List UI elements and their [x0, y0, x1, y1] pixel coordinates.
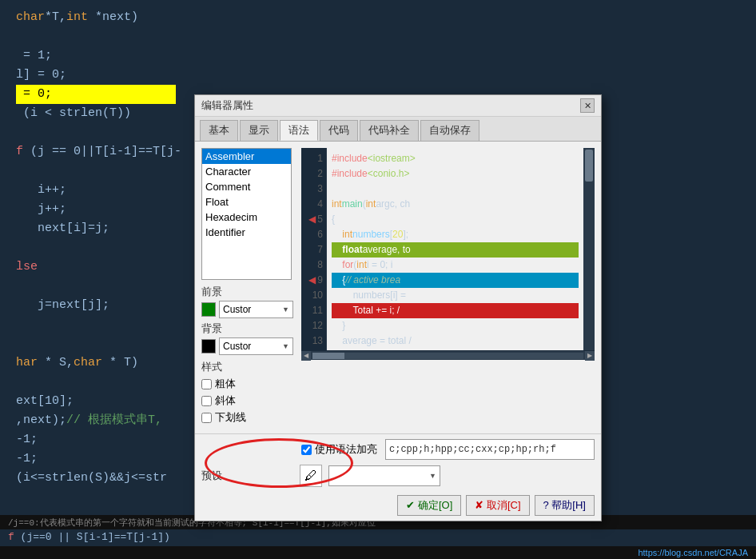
extensions-row: c;cpp;h;hpp;cc;cxx;cp;hp;rh;f [385, 439, 595, 460]
tab-basic[interactable]: 基本 [200, 120, 238, 141]
preview-line-8: for (int i = 0; i [332, 258, 579, 273]
preview-line-3 [332, 182, 579, 197]
italic-label: 斜体 [215, 393, 236, 408]
preview-container: 1 2 3 4 ◀5 6 7 8 ◀9 10 11 12 13 [301, 148, 595, 360]
foreground-dropdown[interactable]: Custor ▼ [219, 301, 293, 318]
preview-code: #include <iostream> #include <conio.h> i… [327, 148, 583, 350]
bg-line-2 [16, 27, 740, 46]
foreground-swatch [201, 302, 216, 317]
gutter-line-11: 11 [304, 303, 323, 318]
bg-line-1: char*T,int *next) [16, 8, 740, 27]
gutter-line-4: 4 [304, 197, 323, 212]
syntax-highlight-label: 使用语法加亮 [315, 442, 377, 457]
syntax-item-identifier[interactable]: Identifier [202, 225, 291, 240]
preset-dropdown[interactable]: ▼ [328, 465, 440, 486]
syntax-highlight-row: 使用语法加亮 c;cpp;h;hpp;cc;cxx;cp;hp;rh;f [201, 439, 595, 460]
foreground-section: 前景 Custor ▼ 背景 Custor ▼ [201, 285, 293, 355]
gutter-line-10: 10 [304, 288, 323, 303]
syntax-highlight-checkbox[interactable] [301, 445, 312, 455]
underline-label: 下划线 [215, 410, 246, 425]
foreground-label: 前景 [201, 285, 293, 299]
url-bar: https://blog.csdn.net/CRAJA [0, 546, 756, 559]
preset-spacer: 预设 [201, 469, 293, 483]
dialog-title: 编辑器属性 [201, 98, 253, 113]
dialog-body: Assembler Character Comment Float Hexade… [195, 142, 601, 433]
preview-line-12: } [332, 318, 579, 333]
editor-properties-dialog: 编辑器属性 ✕ 基本 显示 语法 代码 代码补全 自动保存 Assembler … [194, 94, 602, 521]
syntax-highlight-check-row: 使用语法加亮 [301, 442, 377, 457]
background-dropdown[interactable]: Custor ▼ [219, 337, 293, 355]
syntax-item-float[interactable]: Float [202, 194, 291, 210]
preset-arrow: ▼ [429, 472, 436, 480]
preview-inner: 1 2 3 4 ◀5 6 7 8 ◀9 10 11 12 13 [301, 148, 595, 350]
preview-scrollbar[interactable] [583, 148, 595, 350]
bg-line-4: l] = 0; [16, 66, 740, 85]
gutter-line-2: 2 [304, 166, 323, 182]
ok-button[interactable]: ✔ 确定[O] [397, 495, 461, 516]
preview-hscroll-right[interactable]: ▶ [585, 351, 595, 361]
preview-line-6: int numbers[20]; [332, 227, 579, 242]
gutter-line-5: ◀5 [304, 212, 323, 227]
preview-hscroll-track[interactable] [312, 353, 583, 359]
dialog-close-button[interactable]: ✕ [580, 98, 595, 113]
foreground-arrow: ▼ [282, 305, 289, 313]
preview-gutter: 1 2 3 4 ◀5 6 7 8 ◀9 10 11 12 13 [301, 148, 327, 350]
preview-line-2: #include <conio.h> [332, 166, 579, 182]
preview-line-4: int main(int argc, ch [332, 197, 579, 212]
background-swatch [201, 339, 216, 353]
preview-line-13: average = total / [332, 333, 579, 349]
preview-line-7: float average, to [332, 242, 579, 258]
status-bar-2: f (j==0 || S[i-1]==T[j-1]) [0, 529, 756, 545]
left-panel: Assembler Character Comment Float Hexade… [201, 148, 293, 427]
syntax-item-hexadecim[interactable]: Hexadecim [202, 210, 291, 225]
preset-label: 预设 [201, 469, 222, 481]
syntax-item-comment[interactable]: Comment [202, 179, 291, 194]
bold-checkbox[interactable] [201, 379, 212, 389]
foreground-row: Custor ▼ [201, 301, 293, 318]
preset-icon: 🖊 [300, 465, 322, 487]
preview-hscroll: ◀ ▶ [301, 350, 595, 360]
url-link: https://blog.csdn.net/CRAJA [638, 548, 748, 557]
bg-line-3: = 1; [16, 46, 740, 66]
tab-code-complete[interactable]: 代码补全 [360, 120, 419, 141]
preview-hscroll-left[interactable]: ◀ [301, 351, 311, 361]
style-section: 样式 粗体 斜体 下划线 [201, 360, 293, 425]
syntax-item-assembler[interactable]: Assembler [202, 149, 291, 164]
italic-checkbox[interactable] [201, 396, 212, 406]
right-panel: 1 2 3 4 ◀5 6 7 8 ◀9 10 11 12 13 [301, 148, 595, 427]
preview-line-10: numbers[i] = [332, 288, 579, 303]
bold-label: 粗体 [215, 377, 236, 391]
gutter-line-8: 8 [304, 258, 323, 273]
dialog-titlebar: 编辑器属性 ✕ [195, 95, 601, 117]
preview-line-1: #include <iostream> [332, 151, 579, 166]
background-value: Custor [223, 341, 251, 352]
foreground-value: Custor [223, 304, 251, 315]
gutter-line-12: 12 [304, 318, 323, 333]
bold-item: 粗体 [201, 377, 293, 391]
syntax-item-character[interactable]: Character [202, 164, 291, 179]
tab-display[interactable]: 显示 [240, 120, 278, 141]
tab-code[interactable]: 代码 [320, 120, 358, 141]
background-row: Custor ▼ [201, 337, 293, 355]
style-label: 样式 [201, 360, 293, 374]
gutter-line-6: 6 [304, 227, 323, 242]
gutter-line-9: ◀9 [304, 273, 323, 288]
tab-syntax[interactable]: 语法 [280, 120, 318, 141]
help-button[interactable]: ? 帮助[H] [535, 495, 595, 516]
preview-hscroll-thumb [312, 353, 344, 359]
bg-line-5: = 0; [16, 85, 176, 104]
syntax-listbox[interactable]: Assembler Character Comment Float Hexade… [201, 148, 292, 280]
extensions-input[interactable]: c;cpp;h;hpp;cc;cxx;cp;hp;rh;f [385, 439, 595, 460]
dialog-tabs: 基本 显示 语法 代码 代码补全 自动保存 [195, 117, 601, 142]
preview-line-9: { // active brea [332, 273, 579, 288]
dialog-bottom: 使用语法加亮 c;cpp;h;hpp;cc;cxx;cp;hp;rh;f 预设 … [195, 433, 601, 492]
tab-autosave[interactable]: 自动保存 [420, 120, 479, 141]
preset-row: 预设 🖊 ▼ [201, 465, 595, 487]
underline-checkbox[interactable] [201, 413, 212, 423]
background-arrow: ▼ [282, 342, 289, 350]
cancel-button[interactable]: ✘ 取消[C] [466, 495, 529, 516]
preview-line-5: { [332, 212, 579, 227]
gutter-line-7: 7 [304, 242, 323, 258]
preview-line-11: Total += i; / [332, 303, 579, 318]
dialog-actions: ✔ 确定[O] ✘ 取消[C] ? 帮助[H] [195, 492, 601, 521]
